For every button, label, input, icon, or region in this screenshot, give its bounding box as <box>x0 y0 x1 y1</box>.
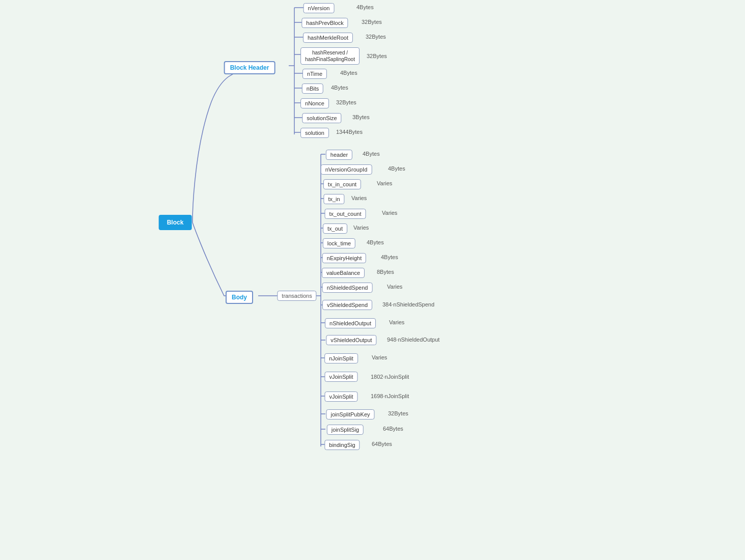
nnonce-value: 32Bytes <box>336 99 356 105</box>
tx-in-count-node: tx_in_count <box>323 179 361 189</box>
bindingsig-node: bindingSig <box>324 440 360 450</box>
lock-time-node: lock_time <box>323 238 355 248</box>
joinsplitsig-node: joinSplitSig <box>327 425 364 435</box>
nversion-label: nVersion <box>308 5 330 11</box>
body-label: Body <box>232 294 247 301</box>
vshieldedoutput-node: vShieldedOutput <box>326 335 376 345</box>
tx-out-node: tx_out <box>323 223 347 234</box>
tx-in-count-value: Varies <box>377 180 392 186</box>
ntime-value: 4Bytes <box>340 70 357 76</box>
solutionsize-value: 3Bytes <box>352 114 370 120</box>
nshieldedspend-node: nShieldedSpend <box>322 283 373 293</box>
connections-svg <box>0 0 745 560</box>
block-header-label: Block Header <box>230 64 269 71</box>
bindingsig-label: bindingSig <box>329 442 355 448</box>
hashprevblock-node: hashPrevBlock <box>301 18 348 28</box>
nshieldedoutput-node: nShieldedOutput <box>325 318 376 328</box>
nnonce-label: nNonce <box>305 100 324 106</box>
nversiongroupid-label: nVersionGroupId <box>325 166 368 173</box>
njoinsplit-node: nJoinSplit <box>324 353 358 363</box>
nversiongroupid-node: nVersionGroupId <box>321 164 372 175</box>
vjoinsplit2-value: 1698·nJoinSplit <box>371 393 409 400</box>
body-node: Body <box>226 291 253 304</box>
joinsplitsig-label: joinSplitSig <box>332 427 359 433</box>
nbits-node: nBits <box>302 83 323 94</box>
hashreserved-value: 32Bytes <box>367 53 387 59</box>
block-header-node: Block Header <box>224 61 275 74</box>
vshieldedspend-value: 384·nShieldedSpend <box>383 301 434 308</box>
solutionsize-label: solutionSize <box>307 115 337 121</box>
vshieldedspend-node: vShieldedSpend <box>322 300 372 310</box>
nversiongroupid-value: 4Bytes <box>388 165 405 172</box>
tx-out-label: tx_out <box>327 226 343 232</box>
nshieldedoutput-value: Varies <box>389 319 404 325</box>
joinsplitpubkey-label: joinSplitPubKey <box>330 411 370 417</box>
header-node: header <box>326 150 352 160</box>
nversion-node: nVersion <box>303 3 335 13</box>
solution-node: solution <box>300 128 329 138</box>
vshieldedoutput-label: vShieldedOutput <box>330 337 372 343</box>
valuebalance-node: valueBalance <box>322 268 365 278</box>
nexpiryheight-label: nExpiryHeight <box>327 255 362 261</box>
lock-time-value: 4Bytes <box>367 239 384 245</box>
tx-out-count-label: tx_out_count <box>329 211 362 217</box>
tx-in-node: tx_in <box>323 194 344 204</box>
nexpiryheight-node: nExpiryHeight <box>322 253 366 263</box>
hashmerkleroot-node: hashMerkleRoot <box>303 33 353 43</box>
header-label: header <box>330 152 348 158</box>
ntime-node: nTime <box>302 69 327 79</box>
vjoinsplit1-label: vJoinSplit <box>329 374 353 380</box>
hashreserved-label: hashReserved / hashFinalSaplingRoot <box>305 49 355 63</box>
vjoinsplit2-node: vJoinSplit <box>324 391 357 402</box>
tx-out-count-value: Varies <box>382 210 397 216</box>
nexpiryheight-value: 4Bytes <box>381 254 398 260</box>
tx-out-count-node: tx_out_count <box>325 209 366 219</box>
tx-in-value: Varies <box>351 195 367 201</box>
vjoinsplit2-label: vJoinSplit <box>329 394 353 400</box>
hashmerkleroot-label: hashMerkleRoot <box>308 35 348 41</box>
transactions-node: transactions <box>277 291 316 301</box>
hashreserved-node: hashReserved / hashFinalSaplingRoot <box>300 47 360 65</box>
nnonce-node: nNonce <box>300 98 329 108</box>
njoinsplit-label: nJoinSplit <box>329 355 353 361</box>
solutionsize-node: solutionSize <box>302 113 341 123</box>
solution-label: solution <box>305 130 324 136</box>
bindingsig-value: 64Bytes <box>372 441 392 447</box>
nshieldedspend-value: Varies <box>387 284 402 290</box>
nshieldedoutput-label: nShieldedOutput <box>329 320 371 326</box>
block-label: Block <box>167 219 184 226</box>
vshieldedoutput-value: 948·nShieldedOutput <box>387 336 439 343</box>
tx-in-count-label: tx_in_count <box>328 181 356 187</box>
nversion-value: 4Bytes <box>356 4 374 10</box>
hashmerkleroot-value: 32Bytes <box>366 34 386 40</box>
diagram-container: Block Block Header Body transactions nVe… <box>0 0 745 560</box>
hashprevblock-value: 32Bytes <box>362 19 382 25</box>
nbits-value: 4Bytes <box>331 85 348 91</box>
joinsplitsig-value: 64Bytes <box>383 426 403 432</box>
nbits-label: nBits <box>307 86 319 92</box>
lock-time-label: lock_time <box>327 240 351 246</box>
nshieldedspend-label: nShieldedSpend <box>327 285 368 291</box>
hashprevblock-label: hashPrevBlock <box>306 20 343 26</box>
joinsplitpubkey-node: joinSplitPubKey <box>326 409 374 419</box>
tx-out-value: Varies <box>353 225 369 231</box>
joinsplitpubkey-value: 32Bytes <box>388 410 408 416</box>
valuebalance-value: 8Bytes <box>377 269 394 275</box>
transactions-label: transactions <box>282 293 312 299</box>
block-node: Block <box>159 215 192 230</box>
tx-in-label: tx_in <box>328 196 340 202</box>
ntime-label: nTime <box>307 71 322 77</box>
vjoinsplit1-node: vJoinSplit <box>324 372 357 382</box>
njoinsplit-value: Varies <box>372 354 387 360</box>
vshieldedspend-label: vShieldedSpend <box>327 302 368 308</box>
solution-value: 1344Bytes <box>336 129 363 135</box>
valuebalance-label: valueBalance <box>326 270 360 276</box>
header-value: 4Bytes <box>363 151 380 157</box>
vjoinsplit1-value: 1802·nJoinSplit <box>371 373 409 380</box>
